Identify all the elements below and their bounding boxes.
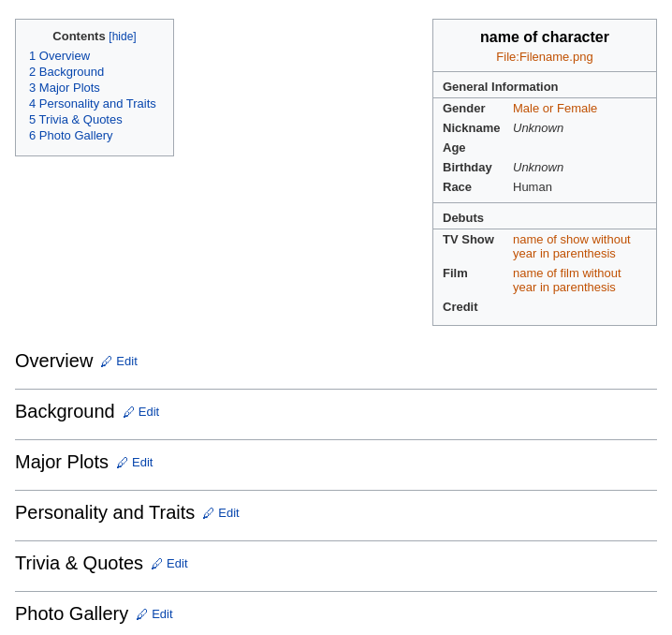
edit-label-trivia: Edit bbox=[167, 556, 187, 570]
pencil-icon-gallery: 🖊 bbox=[136, 607, 149, 622]
pencil-icon-overview: 🖊 bbox=[100, 354, 113, 369]
section-trivia: Trivia & Quotes 🖊 Edit bbox=[15, 543, 657, 592]
section-overview: Overview 🖊 Edit bbox=[15, 341, 657, 390]
toc-hide-link[interactable]: [hide] bbox=[109, 30, 136, 43]
section-personality: Personality and Traits 🖊 Edit bbox=[15, 493, 657, 541]
section-title-background: Background bbox=[15, 401, 115, 422]
infobox-row-age: Age bbox=[433, 138, 656, 157]
toc-link-major-plots[interactable]: 3 Major Plots bbox=[29, 81, 100, 95]
infobox-label-film: Film bbox=[443, 266, 513, 294]
edit-label-major-plots: Edit bbox=[132, 455, 153, 469]
infobox-row-credit: Credit bbox=[433, 297, 656, 325]
pencil-icon-personality: 🖊 bbox=[202, 506, 215, 521]
pencil-icon-background: 🖊 bbox=[123, 405, 136, 420]
infobox-value-race: Human bbox=[513, 180, 552, 194]
section-heading-overview: Overview 🖊 Edit bbox=[15, 350, 657, 372]
edit-label-gallery: Edit bbox=[152, 607, 172, 621]
edit-label-personality: Edit bbox=[218, 506, 239, 520]
infobox-filename[interactable]: File:Filename.png bbox=[433, 50, 656, 71]
section-major-plots: Major Plots 🖊 Edit bbox=[15, 442, 657, 491]
edit-link-personality[interactable]: 🖊 Edit bbox=[202, 506, 239, 521]
infobox-row-gender: Gender Male or Female bbox=[433, 98, 656, 118]
infobox-row-nickname: Nickname Unknown bbox=[433, 118, 656, 138]
infobox-value-birthday: Unknown bbox=[513, 160, 563, 174]
edit-link-background[interactable]: 🖊 Edit bbox=[123, 405, 159, 420]
edit-link-trivia[interactable]: 🖊 Edit bbox=[151, 556, 187, 571]
edit-link-overview[interactable]: 🖊 Edit bbox=[100, 354, 137, 369]
toc-item: 3 Major Plots bbox=[29, 81, 160, 95]
toc-item: 4 Personality and Traits bbox=[29, 96, 160, 111]
infobox-label-race: Race bbox=[443, 180, 513, 194]
section-heading-personality: Personality and Traits 🖊 Edit bbox=[15, 502, 657, 524]
pencil-icon-major-plots: 🖊 bbox=[116, 455, 129, 470]
toc-link-background[interactable]: 2 Background bbox=[29, 65, 104, 79]
section-gallery: Photo Gallery 🖊 Edit bbox=[15, 594, 657, 635]
infobox-label-credit: Credit bbox=[443, 300, 513, 314]
section-heading-trivia: Trivia & Quotes 🖊 Edit bbox=[15, 553, 657, 574]
toc-link-gallery[interactable]: 6 Photo Gallery bbox=[29, 128, 113, 142]
toc-item: 6 Photo Gallery bbox=[29, 128, 160, 142]
infobox: name of character File:Filename.png Gene… bbox=[432, 19, 657, 326]
infobox-label-gender: Gender bbox=[443, 101, 513, 115]
toc-link-personality[interactable]: 4 Personality and Traits bbox=[29, 96, 156, 111]
toc-item: 2 Background bbox=[29, 65, 160, 79]
infobox-label-age: Age bbox=[443, 140, 513, 155]
toc-item: 1 Overview bbox=[29, 49, 160, 63]
toc-title: Contents [hide] bbox=[29, 29, 160, 43]
section-background: Background 🖊 Edit bbox=[15, 391, 657, 440]
infobox-value-gender: Male or Female bbox=[513, 101, 597, 115]
section-title-gallery: Photo Gallery bbox=[15, 603, 128, 625]
infobox-row-race: Race Human bbox=[433, 177, 656, 197]
section-title-overview: Overview bbox=[15, 350, 93, 372]
section-title-major-plots: Major Plots bbox=[15, 451, 109, 473]
section-title-trivia: Trivia & Quotes bbox=[15, 553, 143, 574]
toc-link-trivia[interactable]: 5 Trivia & Quotes bbox=[29, 112, 123, 126]
infobox-value-tvshow: name of show without year in parenthesis bbox=[513, 232, 647, 260]
infobox-value-nickname: Unknown bbox=[513, 121, 563, 135]
infobox-debuts-header: Debuts bbox=[433, 203, 656, 229]
infobox-label-nickname: Nickname bbox=[443, 121, 513, 135]
edit-label-background: Edit bbox=[139, 405, 159, 419]
infobox-label-birthday: Birthday bbox=[443, 160, 513, 174]
pencil-icon-trivia: 🖊 bbox=[151, 556, 164, 571]
section-title-personality: Personality and Traits bbox=[15, 502, 195, 524]
toc-list: 1 Overview 2 Background 3 Major Plots 4 … bbox=[29, 49, 160, 142]
edit-label-overview: Edit bbox=[116, 354, 137, 368]
toc-item: 5 Trivia & Quotes bbox=[29, 112, 160, 126]
toc-link-overview[interactable]: 1 Overview bbox=[29, 49, 90, 63]
infobox-row-birthday: Birthday Unknown bbox=[433, 157, 656, 177]
infobox-row-film: Film name of film without year in parent… bbox=[433, 263, 656, 297]
edit-link-gallery[interactable]: 🖊 Edit bbox=[136, 607, 172, 622]
edit-link-major-plots[interactable]: 🖊 Edit bbox=[116, 455, 153, 470]
infobox-label-tvshow: TV Show bbox=[443, 232, 513, 260]
infobox-row-tvshow: TV Show name of show without year in par… bbox=[433, 229, 656, 263]
table-of-contents: Contents [hide] 1 Overview 2 Background … bbox=[15, 19, 174, 156]
infobox-value-film: name of film without year in parenthesis bbox=[513, 266, 647, 294]
infobox-general-info-header: General Information bbox=[433, 72, 656, 97]
section-heading-background: Background 🖊 Edit bbox=[15, 401, 657, 422]
section-heading-gallery: Photo Gallery 🖊 Edit bbox=[15, 603, 657, 625]
section-heading-major-plots: Major Plots 🖊 Edit bbox=[15, 451, 657, 473]
infobox-title: name of character bbox=[433, 20, 656, 50]
